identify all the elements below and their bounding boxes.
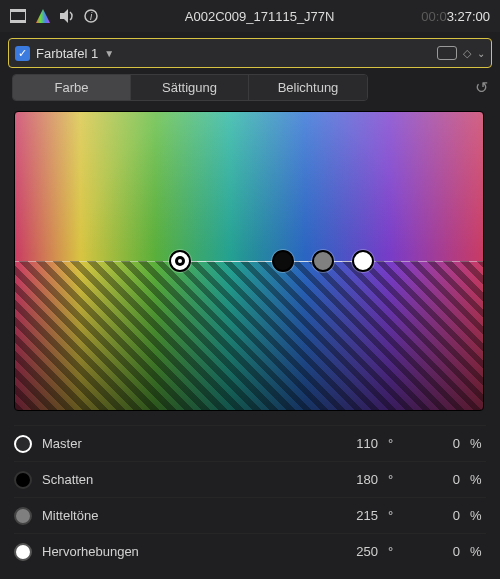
tab-color[interactable]: Farbe [13, 75, 131, 100]
filmstrip-icon[interactable] [10, 9, 26, 23]
chevron-down-icon[interactable]: ⌄ [477, 48, 485, 59]
angle-value[interactable]: 180 [332, 472, 378, 487]
svg-rect-2 [11, 20, 26, 23]
param-label: Schatten [42, 472, 322, 487]
color-icon[interactable] [36, 9, 50, 23]
swatch-midtones[interactable] [14, 507, 32, 525]
correction-selector[interactable]: ✓ Farbtafel 1 ▼ ◇ ⌄ [8, 38, 492, 68]
svg-text:i: i [90, 11, 93, 22]
amount-value[interactable]: 0 [414, 436, 460, 451]
puck-shadows[interactable] [272, 250, 294, 272]
audio-icon[interactable] [60, 9, 74, 23]
tab-exposure[interactable]: Belichtung [249, 75, 367, 100]
parameter-list: Master 110 ° 0 % Schatten 180 ° 0 % Mitt… [0, 425, 500, 569]
correction-name: Farbtafel 1 [36, 46, 98, 61]
keyframe-icon[interactable]: ◇ [463, 47, 471, 60]
timecode: 00:03:27:00 [421, 9, 490, 24]
reset-icon[interactable]: ↺ [475, 78, 488, 97]
amount-value[interactable]: 0 [414, 544, 460, 559]
angle-value[interactable]: 250 [332, 544, 378, 559]
puck-midtones[interactable] [312, 250, 334, 272]
tab-saturation[interactable]: Sättigung [131, 75, 249, 100]
chevron-down-icon[interactable]: ▼ [104, 48, 114, 59]
param-row-master: Master 110 ° 0 % [14, 425, 486, 461]
board-tabs: Farbe Sättigung Belichtung [12, 74, 368, 101]
angle-value[interactable]: 110 [332, 436, 378, 451]
tabs-row: Farbe Sättigung Belichtung ↺ [0, 74, 500, 101]
amount-value[interactable]: 0 [414, 508, 460, 523]
inspector-header: i A002C009_171115_J77N 00:03:27:00 [0, 0, 500, 32]
swatch-shadows[interactable] [14, 471, 32, 489]
percent-unit: % [470, 508, 486, 523]
color-board[interactable] [14, 111, 484, 411]
degree-unit: ° [388, 508, 404, 523]
swatch-master[interactable] [14, 435, 32, 453]
percent-unit: % [470, 436, 486, 451]
clip-title: A002C009_171115_J77N [108, 9, 411, 24]
degree-unit: ° [388, 436, 404, 451]
param-row-midtones: Mitteltöne 215 ° 0 % [14, 497, 486, 533]
timecode-rest: 3:27:00 [447, 9, 490, 24]
info-icon[interactable]: i [84, 9, 98, 23]
timecode-hours-dim: 00:0 [421, 9, 446, 24]
puck-highlights[interactable] [352, 250, 374, 272]
degree-unit: ° [388, 544, 404, 559]
correction-enabled-checkbox[interactable]: ✓ [15, 46, 30, 61]
param-label: Mitteltöne [42, 508, 322, 523]
svg-marker-3 [36, 9, 50, 23]
puck-master[interactable] [169, 250, 191, 272]
param-label: Hervorhebungen [42, 544, 322, 559]
color-board-container [14, 111, 486, 411]
param-row-shadows: Schatten 180 ° 0 % [14, 461, 486, 497]
param-row-highlights: Hervorhebungen 250 ° 0 % [14, 533, 486, 569]
svg-marker-4 [60, 9, 68, 23]
svg-rect-1 [11, 10, 26, 13]
degree-unit: ° [388, 472, 404, 487]
percent-unit: % [470, 544, 486, 559]
angle-value[interactable]: 215 [332, 508, 378, 523]
param-label: Master [42, 436, 322, 451]
amount-value[interactable]: 0 [414, 472, 460, 487]
percent-unit: % [470, 472, 486, 487]
lower-hatch [15, 261, 483, 410]
swatch-highlights[interactable] [14, 543, 32, 561]
mask-icon[interactable] [437, 46, 457, 60]
